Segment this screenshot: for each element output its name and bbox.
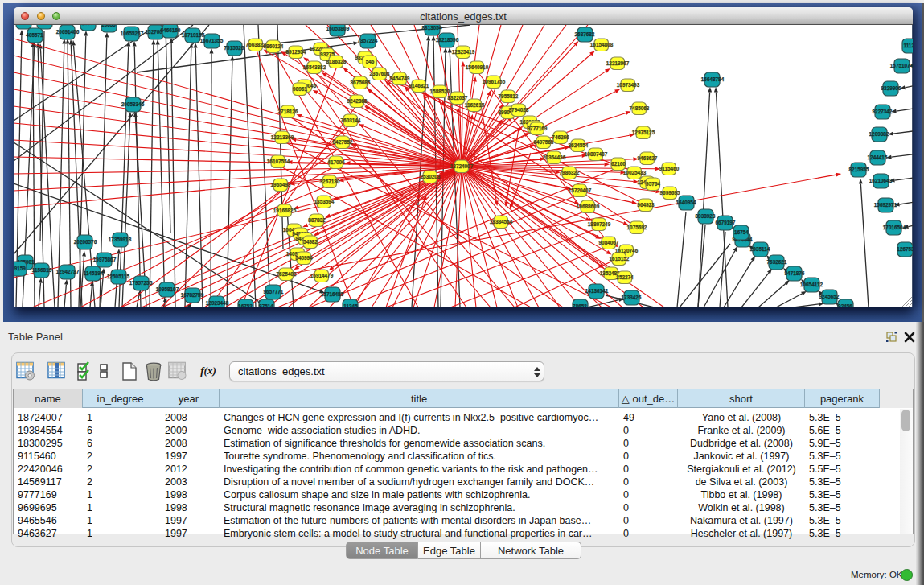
svg-text:1588520: 1588520	[430, 89, 450, 94]
svg-text:9860124: 9860124	[264, 43, 284, 49]
svg-text:1145194: 1145194	[84, 270, 104, 276]
svg-text:252274: 252274	[616, 274, 634, 280]
svg-text:7603144: 7603144	[341, 117, 361, 123]
svg-text:7986322: 7986322	[560, 170, 580, 175]
svg-text:540994: 540994	[295, 255, 313, 261]
svg-text:9463627: 9463627	[638, 155, 658, 161]
svg-text:11245: 11245	[343, 303, 358, 307]
svg-text:10025433: 10025433	[623, 170, 647, 175]
svg-text:417006: 417006	[327, 159, 345, 165]
svg-text:1353594: 1353594	[314, 199, 335, 204]
svg-text:3624554: 3624554	[569, 142, 589, 148]
svg-text:8471876: 8471876	[785, 270, 805, 276]
svg-text:15751074: 15751074	[890, 63, 913, 68]
svg-text:7632621: 7632621	[767, 259, 787, 265]
svg-text:1156819: 1156819	[32, 267, 52, 273]
svg-text:14136141: 14136141	[585, 288, 609, 294]
svg-text:10961755: 10961755	[483, 79, 506, 84]
svg-text:126753: 126753	[897, 246, 913, 252]
svg-text:19975867: 19975867	[93, 257, 117, 262]
svg-text:16107554: 16107554	[267, 159, 290, 164]
svg-text:12325419: 12325419	[452, 49, 475, 55]
svg-text:1733426: 1733426	[622, 295, 642, 300]
svg-text:3675685: 3675685	[351, 80, 371, 85]
svg-text:2935114: 2935114	[750, 246, 770, 252]
svg-text:16671355: 16671355	[200, 38, 224, 43]
svg-text:2718126: 2718126	[278, 109, 298, 114]
svg-text:2367608: 2367608	[370, 71, 390, 76]
svg-text:10688609: 10688609	[577, 204, 600, 209]
svg-text:8912954: 8912954	[286, 49, 306, 55]
svg-text:12505115: 12505115	[107, 274, 130, 279]
svg-text:20053346: 20053346	[121, 101, 145, 107]
svg-text:10654112: 10654112	[800, 282, 823, 287]
svg-text:20206576: 20206576	[74, 239, 97, 245]
svg-text:1209382: 1209382	[869, 131, 889, 137]
svg-text:3267130: 3267130	[320, 179, 340, 184]
svg-text:16914479: 16914479	[310, 273, 334, 278]
svg-text:9115460: 9115460	[659, 166, 680, 171]
svg-text:19384554: 19384554	[490, 219, 513, 225]
svg-text:2530203: 2530203	[421, 174, 441, 179]
svg-text:8186328: 8186328	[326, 59, 347, 64]
svg-text:f(x): f(x)	[200, 365, 216, 377]
svg-text:10719155: 10719155	[182, 32, 205, 38]
svg-text:2687682: 2687682	[575, 31, 595, 37]
svg-text:7955812: 7955812	[499, 93, 519, 99]
svg-text:16752: 16752	[238, 303, 253, 307]
svg-text:8427552: 8427552	[333, 139, 353, 145]
svg-text:9794028: 9794028	[509, 107, 529, 113]
svg-text:10655: 10655	[101, 25, 116, 27]
svg-text:19218596: 19218596	[436, 37, 459, 43]
svg-text:97514: 97514	[259, 303, 273, 307]
svg-text:18724007: 18724007	[450, 163, 474, 169]
svg-text:9146821: 9146821	[409, 83, 429, 89]
svg-text:62160: 62160	[611, 161, 626, 167]
svg-text:12975125: 12975125	[632, 130, 655, 135]
svg-text:10655267: 10655267	[121, 31, 144, 36]
svg-text:15692971: 15692971	[874, 202, 897, 208]
svg-text:15716485: 15716485	[321, 291, 344, 297]
svg-text:17359918: 17359918	[109, 237, 132, 242]
svg-text:8322037: 8322037	[448, 95, 468, 101]
svg-text:7357224: 7357224	[358, 38, 378, 43]
svg-text:78652: 78652	[573, 303, 587, 307]
svg-text:95764: 95764	[646, 181, 660, 187]
svg-text:405571: 405571	[26, 32, 43, 38]
svg-text:15720407: 15720407	[569, 187, 592, 193]
svg-text:20691406: 20691406	[56, 29, 80, 35]
svg-text:16053809: 16053809	[326, 26, 350, 31]
svg-text:16210643: 16210643	[869, 178, 893, 183]
svg-text:98961: 98961	[293, 86, 307, 92]
svg-text:12942737: 12942737	[56, 269, 80, 274]
svg-text:12213369: 12213369	[271, 134, 294, 140]
svg-text:6497568: 6497568	[534, 139, 554, 145]
svg-text:9699695: 9699695	[660, 190, 680, 196]
svg-text:1640954: 1640954	[676, 200, 696, 205]
svg-text:8454749: 8454749	[390, 76, 410, 81]
svg-text:2055: 2055	[82, 25, 94, 26]
svg-text:7485063: 7485063	[630, 105, 650, 111]
svg-text:887832: 887832	[308, 217, 326, 223]
svg-text:7625402: 7625402	[277, 271, 297, 277]
svg-text:19166825: 19166825	[273, 208, 297, 213]
svg-text:9227342: 9227342	[873, 109, 893, 114]
svg-text:8938923: 8938923	[696, 213, 716, 219]
svg-text:10973493: 10973493	[617, 82, 640, 88]
svg-text:11123: 11123	[903, 43, 913, 48]
svg-text:9329906: 9329906	[881, 85, 901, 91]
svg-text:16648784: 16648784	[701, 76, 725, 82]
svg-text:17957255: 17957255	[129, 280, 153, 286]
svg-text:8813054: 8813054	[422, 25, 442, 31]
svg-text:964923: 964923	[637, 202, 655, 208]
svg-text:17016504: 17016504	[883, 225, 906, 230]
svg-text:9242868: 9242868	[347, 98, 368, 104]
svg-text:16782759: 16782759	[181, 292, 204, 298]
svg-text:39159: 39159	[14, 266, 26, 271]
svg-text:1162615: 1162615	[465, 102, 485, 108]
svg-text:8215955: 8215955	[849, 167, 869, 172]
svg-text:16154808: 16154808	[590, 42, 614, 47]
svg-text:9657771: 9657771	[264, 289, 284, 295]
svg-text:7515526: 7515526	[224, 45, 244, 51]
svg-text:54982: 54982	[303, 239, 318, 245]
